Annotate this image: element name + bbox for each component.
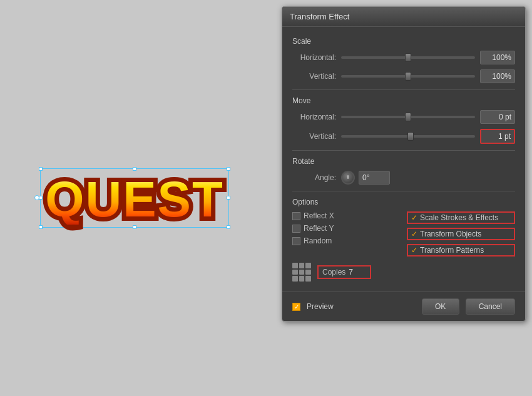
copies-input-group: Copies <box>317 265 371 279</box>
move-horizontal-thumb[interactable] <box>405 113 411 121</box>
scale-horizontal-thumb[interactable] <box>405 53 411 62</box>
transform-objects-option-box: ✓ Transform Objects <box>407 228 515 240</box>
copies-label: Copies <box>322 268 345 277</box>
scale-vertical-label: Vertical: <box>292 72 336 81</box>
handle-bl <box>39 225 43 229</box>
transform-objects-label: Transform Objects <box>420 230 481 238</box>
grid-cell-6 <box>305 270 311 275</box>
quest-artwork: QUEST QUEST <box>45 175 224 225</box>
scale-horizontal-input[interactable] <box>480 51 515 64</box>
grid-cell-8 <box>299 276 305 282</box>
options-grid: Reflect X Reflect Y Random ✓ Scale Strok… <box>292 211 515 256</box>
scale-vertical-input[interactable] <box>480 69 515 83</box>
angle-dial-indicator <box>347 175 349 179</box>
copies-input[interactable] <box>349 268 366 277</box>
ok-button[interactable]: OK <box>422 298 459 315</box>
dialog-title: Transform Effect <box>282 7 525 27</box>
copies-grid-icon <box>292 263 311 282</box>
dialog-body: Scale Horizontal: Vertical: Move Horizon… <box>282 27 525 292</box>
handle-br <box>227 225 230 229</box>
angle-input[interactable] <box>359 171 390 185</box>
random-label: Random <box>304 236 332 245</box>
options-left-col: Reflect X Reflect Y Random <box>292 211 401 256</box>
move-horizontal-input[interactable] <box>480 110 515 124</box>
options-right-col: ✓ Scale Strokes & Effects ✓ Transform Ob… <box>407 211 515 256</box>
quest-container: QUEST QUEST <box>40 167 229 230</box>
scale-strokes-option-box: ✓ Scale Strokes & Effects <box>407 211 515 224</box>
move-horizontal-row: Horizontal: <box>292 110 515 124</box>
scale-vertical-thumb[interactable] <box>405 72 411 81</box>
cancel-button[interactable]: Cancel <box>466 298 515 315</box>
move-vertical-thumb[interactable] <box>407 132 414 141</box>
scale-strokes-label: Scale Strokes & Effects <box>420 213 498 222</box>
reflect-x-label: Reflect X <box>304 211 334 220</box>
scale-strokes-checkmark: ✓ <box>411 213 417 222</box>
scale-horizontal-slider[interactable] <box>341 56 475 59</box>
divider-2 <box>292 150 515 151</box>
reflect-y-checkbox[interactable] <box>292 225 300 233</box>
handle-ml <box>39 196 43 200</box>
transform-objects-checkmark: ✓ <box>411 230 417 238</box>
move-vertical-row: Vertical: <box>292 129 515 144</box>
transform-patterns-option-box: ✓ Transform Patterns <box>407 244 515 256</box>
random-checkbox[interactable] <box>292 237 300 245</box>
divider-1 <box>292 89 515 90</box>
handle-tl <box>39 167 43 171</box>
reflect-y-row: Reflect Y <box>292 224 401 233</box>
rotate-angle-label: Angle: <box>292 173 336 182</box>
move-vertical-slider[interactable] <box>341 135 475 138</box>
scale-horizontal-label: Horizontal: <box>292 53 336 62</box>
move-vertical-label: Vertical: <box>292 132 336 141</box>
quest-fill-layer: QUEST <box>45 175 224 225</box>
transform-patterns-label: Transform Patterns <box>420 246 484 255</box>
move-horizontal-slider[interactable] <box>341 116 475 118</box>
scale-section-label: Scale <box>292 37 515 46</box>
anchor-point <box>34 195 39 200</box>
quest-text: QUEST <box>45 175 224 225</box>
move-vertical-input[interactable] <box>480 129 515 144</box>
grid-cell-7 <box>292 276 298 282</box>
random-row: Random <box>292 236 401 245</box>
angle-dial[interactable] <box>341 171 355 185</box>
preview-checkbox[interactable]: ✓ <box>292 303 300 311</box>
reflect-x-row: Reflect X <box>292 211 401 220</box>
grid-cell-5 <box>299 270 305 275</box>
dialog-footer: ✓ Preview OK Cancel <box>282 292 525 321</box>
scale-vertical-slider[interactable] <box>341 75 475 78</box>
scale-vertical-row: Vertical: <box>292 69 515 83</box>
grid-cell-4 <box>292 270 298 275</box>
rotate-angle-row: Angle: <box>292 171 515 185</box>
grid-cell-1 <box>292 263 298 268</box>
canvas-area: QUEST QUEST <box>0 0 269 396</box>
transform-effect-dialog: Transform Effect Scale Horizontal: Verti… <box>282 6 526 322</box>
handle-mr <box>227 196 230 200</box>
grid-cell-9 <box>305 276 311 282</box>
transform-patterns-checkmark: ✓ <box>411 246 417 255</box>
reflect-y-label: Reflect Y <box>304 224 334 233</box>
options-section-label: Options <box>292 198 515 206</box>
grid-cell-3 <box>305 263 311 268</box>
copies-row: Copies <box>292 263 515 282</box>
handle-tr <box>227 167 230 171</box>
handle-tm <box>133 167 136 171</box>
preview-label: Preview <box>307 302 334 311</box>
reflect-x-checkbox[interactable] <box>292 212 300 220</box>
move-section-label: Move <box>292 96 515 105</box>
rotate-section-label: Rotate <box>292 157 515 166</box>
move-horizontal-label: Horizontal: <box>292 113 336 121</box>
divider-3 <box>292 191 515 191</box>
grid-cell-2 <box>299 263 305 268</box>
scale-horizontal-row: Horizontal: <box>292 51 515 64</box>
